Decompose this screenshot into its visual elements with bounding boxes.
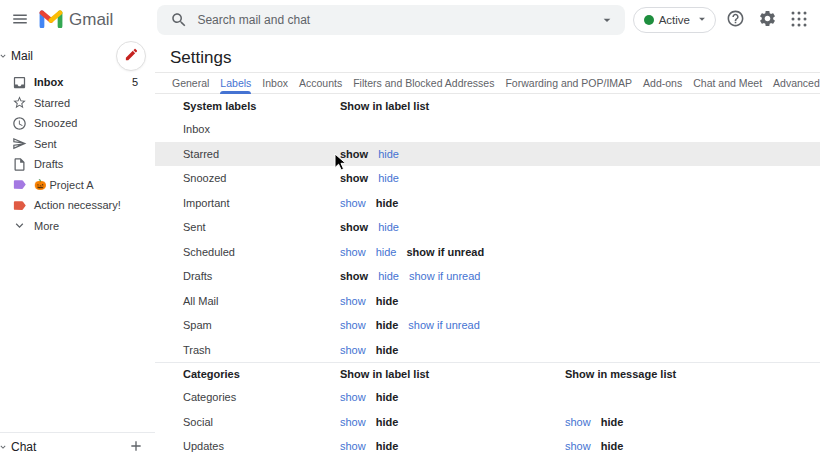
hide-option-selected: hide [601, 416, 624, 428]
tab-labels[interactable]: Labels [220, 73, 251, 93]
options-cell: showhideshow if unread [340, 319, 565, 331]
tab-filters-and-blocked-addresses[interactable]: Filters and Blocked Addresses [353, 73, 494, 93]
show-option-link[interactable]: show [340, 440, 366, 452]
hide-option-selected: hide [376, 295, 399, 307]
tab-advanced[interactable]: Advanced [773, 73, 820, 93]
sidebar: Mail Inbox 5 [0, 40, 155, 461]
show-option-link[interactable]: show [565, 416, 591, 428]
plus-icon [128, 438, 144, 457]
settings-tabs: GeneralLabelsInboxAccountsFilters and Bl… [155, 72, 820, 94]
label-row-inbox: Inbox [155, 117, 820, 142]
menu-button[interactable] [7, 7, 33, 33]
tab-add-ons[interactable]: Add-ons [643, 73, 682, 93]
show-option-link[interactable]: show [340, 197, 366, 209]
sidebar-nav: Inbox 5 Starred Snoozed [0, 72, 155, 236]
settings-button[interactable] [754, 7, 780, 33]
column-header-show-in-label-list: Show in label list [340, 368, 565, 380]
options-cell: showhide [340, 416, 565, 428]
label-icon [12, 177, 27, 192]
options-cell: showhide [340, 440, 565, 452]
search-icon [170, 11, 188, 33]
options-cell: showhideshow if unread [340, 246, 565, 258]
options-cell: showhideshow if unread [340, 270, 565, 282]
hide-option-link[interactable]: hide [378, 270, 399, 282]
sidebar-item-starred[interactable]: Starred [0, 93, 155, 114]
help-button[interactable] [722, 7, 748, 33]
chat-section-label: Chat [11, 440, 36, 454]
settings-main: Settings GeneralLabelsInboxAccountsFilte… [155, 40, 820, 461]
label-name: Categories [183, 391, 340, 403]
show-option-link[interactable]: show [340, 344, 366, 356]
hide-option-link[interactable]: hide [376, 246, 397, 258]
label-name: Spam [183, 319, 340, 331]
tab-accounts[interactable]: Accounts [299, 73, 342, 93]
column-header-system-labels: System labels [183, 100, 340, 112]
sidebar-item-more[interactable]: More [0, 216, 155, 237]
status-active-dot [644, 15, 654, 25]
show-option-link[interactable]: show [340, 319, 366, 331]
show-option-link[interactable]: show [565, 440, 591, 452]
hide-option-selected: hide [376, 197, 399, 209]
hide-option-selected: hide [376, 319, 399, 331]
column-header-categories: Categories [183, 368, 340, 380]
label-row-spam: Spamshowhideshow if unread [155, 313, 820, 338]
tab-general[interactable]: General [172, 73, 209, 93]
label-name: Important [183, 197, 340, 209]
show-option-selected: show [340, 221, 368, 233]
options-cell: showhide [340, 295, 565, 307]
search-options-caret-icon[interactable] [599, 12, 615, 32]
sidebar-item-sent[interactable]: Sent [0, 134, 155, 155]
apps-button[interactable] [786, 7, 812, 33]
top-bar-actions: Active [633, 7, 812, 33]
status-selector[interactable]: Active [633, 7, 716, 33]
search-bar[interactable] [157, 5, 625, 35]
search-input[interactable] [197, 13, 591, 27]
label-name: Social [183, 416, 340, 428]
label-row-important: Importantshowhide [155, 191, 820, 216]
hide-option-link[interactable]: hide [378, 172, 399, 184]
label-name: All Mail [183, 295, 340, 307]
chevron-down-icon [12, 218, 27, 233]
new-chat-button[interactable] [123, 434, 149, 460]
label-row-starred: Starredshowhide [155, 142, 820, 167]
sidebar-item-snoozed[interactable]: Snoozed [0, 113, 155, 134]
show-option-link[interactable]: show [340, 246, 366, 258]
label-name: Trash [183, 344, 340, 356]
pencil-icon [124, 47, 139, 65]
pumpkin-emoji: 🎃 [34, 179, 46, 190]
sidebar-item-drafts[interactable]: Drafts [0, 154, 155, 175]
hide-option-selected: hide [376, 344, 399, 356]
sidebar-item-project-a[interactable]: 🎃 Project A [0, 175, 155, 196]
tab-inbox[interactable]: Inbox [262, 73, 288, 93]
show-option-link[interactable]: show [340, 391, 366, 403]
status-label: Active [659, 14, 690, 26]
app-name: Gmail [69, 10, 113, 30]
hide-option-selected: hide [601, 440, 624, 452]
sidebar-item-action-necessary[interactable]: Action necessary! [0, 195, 155, 216]
options-cell: showhide [340, 391, 565, 403]
tab-chat-and-meet[interactable]: Chat and Meet [693, 73, 762, 93]
show-option-link[interactable]: show [340, 295, 366, 307]
chevron-down-icon [0, 438, 8, 456]
label-row-updates: Updatesshowhideshowhide [155, 434, 820, 459]
column-header-show-in-message-list: Show in message list [565, 368, 676, 380]
tab-forwarding-and-pop-imap[interactable]: Forwarding and POP/IMAP [505, 73, 632, 93]
labels-table: System labelsShow in label listInboxStar… [155, 94, 820, 459]
sidebar-item-inbox[interactable]: Inbox 5 [0, 72, 155, 93]
show-if-unread-option-link[interactable]: show if unread [409, 270, 481, 282]
compose-button[interactable] [116, 41, 146, 71]
show-option-link[interactable]: show [340, 416, 366, 428]
gmail-app: Gmail Active [0, 0, 820, 461]
hide-option-selected: hide [376, 391, 399, 403]
label-row-snoozed: Snoozedshowhide [155, 166, 820, 191]
gear-icon [758, 9, 777, 31]
show-if-unread-option-selected: show if unread [406, 246, 484, 258]
hide-option-link[interactable]: hide [378, 221, 399, 233]
star-icon [12, 95, 27, 110]
mail-section-header[interactable]: Mail [0, 43, 155, 69]
chat-section-header[interactable]: Chat [0, 432, 155, 461]
label-row-all-mail: All Mailshowhide [155, 289, 820, 314]
show-option-selected: show [340, 148, 368, 160]
show-if-unread-option-link[interactable]: show if unread [408, 319, 480, 331]
hide-option-link[interactable]: hide [378, 148, 399, 160]
